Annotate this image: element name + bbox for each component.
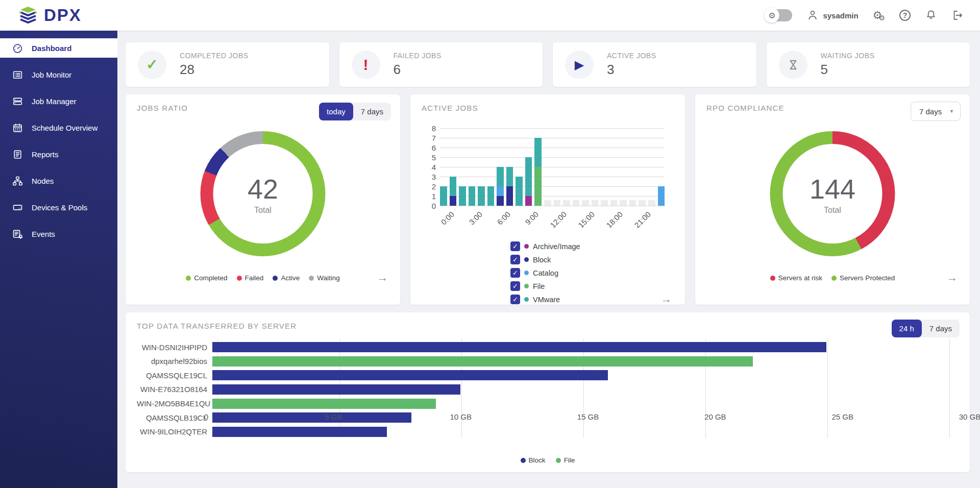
summary-card-value: 5: [821, 62, 875, 78]
legend-label: Completed: [194, 274, 227, 282]
active-jobs-bar: [658, 186, 665, 206]
legend-dot: [186, 276, 191, 281]
legend-label: Servers at risk: [778, 274, 822, 282]
legend-dot: [524, 297, 529, 302]
theme-toggle[interactable]: ⚙: [766, 9, 792, 21]
sidebar-item-dashboard[interactable]: Dashboard: [0, 38, 117, 58]
data-bar-block: [212, 342, 826, 352]
bar-track: [212, 342, 949, 352]
bar-segment-vmware: [487, 186, 495, 206]
bar-segment-vmware: [459, 186, 466, 206]
x-axis-label: 0: [204, 412, 208, 421]
active-jobs-details-arrow[interactable]: →: [661, 294, 672, 304]
y-axis-label: 3: [432, 173, 436, 181]
help-icon[interactable]: ?: [899, 10, 911, 21]
main-content: ✓COMPLETED JOBS28!FAILED JOBS6▶ACTIVE JO…: [117, 31, 980, 488]
checkbox-checked-icon[interactable]: ✓: [510, 255, 520, 264]
jobs-ratio-card: JOBS RATIO today 7 days 42 Total Complet…: [126, 94, 400, 305]
active-jobs-bar: [592, 200, 599, 206]
jobs-ratio-range-7days-button[interactable]: 7 days: [353, 103, 391, 120]
legend-label: VMware: [533, 296, 560, 304]
waiting-jobs-card: WAITING JOBS5: [767, 42, 970, 87]
x-axis-label: 25 GB: [831, 412, 853, 421]
legend-dot: [524, 257, 529, 262]
jobs-ratio-details-arrow[interactable]: →: [377, 272, 388, 283]
active-jobs-bar: [563, 200, 570, 206]
top-data-card: TOP DATA TRANSFERRED BY SERVER 24 h 7 da…: [126, 312, 970, 472]
active-jobs-legend-catalog[interactable]: ✓Catalog: [510, 268, 580, 278]
legend-item: Failed: [237, 274, 264, 282]
bar-segment-vmware: [497, 167, 504, 186]
jobs-ratio-range-today-button[interactable]: today: [319, 103, 353, 120]
bar-track: [212, 370, 949, 380]
top-data-range-24h-button[interactable]: 24 h: [892, 320, 922, 337]
active-jobs-legend-block[interactable]: ✓Block: [510, 255, 580, 264]
legend-label: Failed: [245, 274, 264, 282]
settings-icon[interactable]: ⚙⚙: [873, 10, 885, 21]
active-jobs-legend-file[interactable]: ✓File: [510, 281, 580, 291]
legend-item: Waiting: [309, 274, 340, 282]
checkbox-checked-icon[interactable]: ✓: [510, 295, 520, 304]
top-data-legend: BlockFile: [126, 456, 970, 464]
placeholder-bar: [620, 200, 627, 206]
data-bar-block: [212, 427, 387, 437]
sidebar-item-label: Job Manager: [32, 97, 77, 106]
table-row: QAMSSQLE19CL: [137, 369, 949, 381]
sidebar-item-events[interactable]: Events: [0, 224, 117, 243]
active-jobs-legend-vmware[interactable]: ✓VMware: [510, 295, 580, 304]
sidebar-item-job-monitor[interactable]: Job Monitor: [0, 65, 117, 84]
legend-dot: [556, 458, 561, 463]
server-name-label: dpxqarhel92bios: [137, 357, 212, 365]
bar-segment-archive: [525, 196, 532, 206]
legend-dot: [237, 276, 242, 281]
legend-label: Block: [529, 456, 546, 464]
summary-card-value: 6: [394, 62, 442, 78]
sidebar-item-label: Events: [32, 230, 55, 238]
active-jobs-card: ACTIVE JOBS 012345678 ✓Archive/Image✓Blo…: [410, 94, 685, 305]
bar-segment-block: [497, 196, 504, 206]
x-axis-label: 20 GB: [704, 412, 726, 421]
active-jobs-bar: [450, 177, 457, 206]
legend-item: Completed: [186, 274, 227, 282]
sidebar-item-nodes[interactable]: Nodes: [0, 171, 117, 190]
bar-segment-vmware: [534, 138, 542, 167]
sidebar-item-devices-pools[interactable]: Devices & Pools: [0, 198, 117, 217]
user-menu[interactable]: sysadmin: [806, 9, 858, 21]
rpo-details-arrow[interactable]: →: [947, 272, 958, 283]
active-jobs-legend-archive[interactable]: ✓Archive/Image: [510, 241, 580, 251]
rpo-range-value: 7 days: [919, 107, 942, 116]
server-name-label: WIN-E76321O8164: [137, 385, 212, 394]
bar-track: [212, 384, 949, 395]
table-row: WIN-E76321O8164: [137, 383, 949, 396]
legend-dot: [524, 284, 529, 288]
sidebar-item-label: Job Monitor: [32, 70, 71, 79]
jobs-ratio-legend: CompletedFailedActiveWaiting: [126, 274, 400, 282]
sidebar-item-schedule-overview[interactable]: Schedule Overview: [0, 118, 117, 137]
notifications-icon[interactable]: [925, 9, 937, 21]
active-jobs-bar: [573, 200, 580, 206]
placeholder-bar: [592, 200, 599, 206]
bar-segment-vmware: [478, 186, 485, 206]
sidebar-item-reports[interactable]: Reports: [0, 144, 117, 164]
checkbox-checked-icon[interactable]: ✓: [510, 281, 520, 291]
rpo-range-dropdown[interactable]: 7 days ▼: [911, 102, 961, 121]
legend-label: Archive/Image: [533, 242, 580, 251]
logout-icon[interactable]: [951, 9, 964, 21]
active-jobs-bar: [459, 186, 466, 206]
y-axis-label: 4: [432, 163, 436, 172]
bar-segment-block: [506, 186, 513, 206]
checkbox-checked-icon[interactable]: ✓: [510, 241, 520, 251]
legend-dot: [273, 276, 278, 281]
legend-dot: [524, 244, 529, 249]
y-axis-label: 5: [432, 153, 436, 162]
x-axis-label: 9:00: [524, 210, 541, 227]
x-axis-label: 5 GB: [325, 412, 342, 421]
x-axis-label: 0:00: [439, 210, 456, 227]
table-row: dpxqarhel92bios: [137, 355, 949, 368]
table-row: WIN-2MO5BB4E1QU: [137, 398, 949, 410]
sidebar-item-job-manager[interactable]: Job Manager: [0, 91, 117, 111]
active-jobs-bar: [648, 200, 655, 206]
top-data-range-7days-button[interactable]: 7 days: [922, 320, 960, 337]
checkbox-checked-icon[interactable]: ✓: [510, 268, 520, 278]
table-row: WIN-DSNI2IHPIPD: [137, 341, 949, 353]
